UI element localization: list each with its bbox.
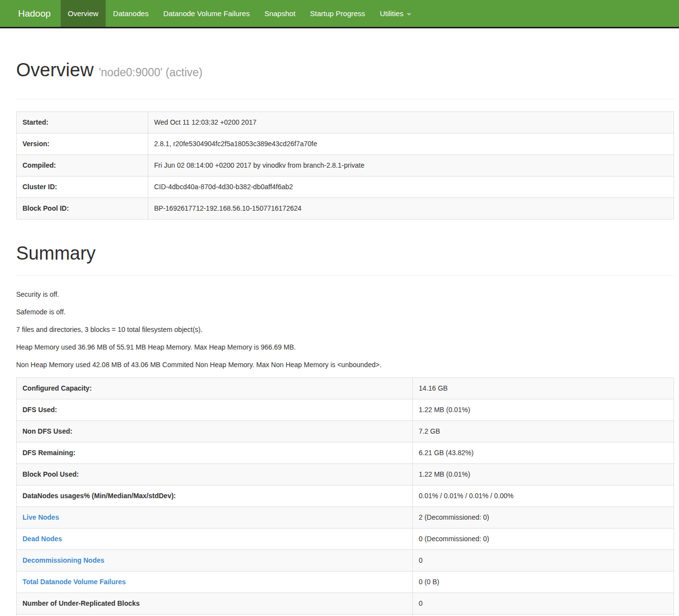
row-value: 0 (Decommissioned: 0) [413, 528, 674, 550]
row-label: Dead Nodes [17, 528, 413, 550]
row-value: 2.8.1, r20fe5304904fc2f5a18053c389e43cd2… [148, 133, 674, 155]
table-row: Version:2.8.1, r20fe5304904fc2f5a18053c3… [17, 133, 674, 155]
table-row: DFS Remaining:6.21 GB (43.82%) [17, 442, 674, 464]
nav-item-label: Snapshot [264, 9, 295, 18]
live-nodes-link[interactable]: Live Nodes [23, 513, 59, 521]
row-value: 0 [413, 593, 674, 615]
nav-item-label: Overview [68, 9, 99, 18]
summary-paragraph: 7 files and directories, 3 blocks = 10 t… [16, 325, 674, 334]
nav-item-startup-progress[interactable]: Startup Progress [303, 0, 373, 27]
row-value: 14.16 GB [413, 378, 674, 399]
table-row: Configured Capacity:14.16 GB [17, 378, 674, 399]
summary-paragraph: Safemode is off. [16, 307, 674, 317]
row-value: 2 (Decommissioned: 0) [413, 507, 674, 528]
nav-item-label: Startup Progress [310, 9, 365, 18]
table-row: Started:Wed Oct 11 12:03:32 +0200 2017 [17, 112, 674, 133]
table-row: Decommissioning Nodes0 [17, 550, 674, 572]
navbar-items: OverviewDatanodesDatanode Volume Failure… [61, 0, 419, 27]
row-value: 0 [413, 615, 674, 616]
page-title: Overview 'node0:9000' (active) [16, 60, 674, 83]
nav-item-label: Datanode Volume Failures [163, 9, 250, 18]
row-label: DataNodes usages% (Min/Median/Max/stdDev… [17, 485, 413, 507]
page-content: Overview 'node0:9000' (active) Started:W… [0, 60, 679, 616]
row-label: Total Datanode Volume Failures [17, 572, 413, 593]
row-value: Wed Oct 11 12:03:32 +0200 2017 [148, 112, 674, 133]
section-title-summary: Summary [16, 243, 674, 264]
row-label: Number of Under-Replicated Blocks [17, 593, 413, 615]
table-row: Compiled:Fri Jun 02 08:14:00 +0200 2017 … [17, 155, 674, 176]
table-row: Number of Blocks Pending Deletion0 [17, 615, 674, 616]
table-row: Total Datanode Volume Failures0 (0 B) [17, 572, 674, 593]
table-row: Live Nodes2 (Decommissioned: 0) [17, 507, 674, 528]
nav-item-label: Utilities [380, 9, 403, 18]
row-value: CID-4dbcd40a-870d-4d30-b382-db0aff4f6ab2 [148, 176, 674, 198]
caret-down-icon [407, 13, 411, 16]
row-label: DFS Used: [17, 399, 413, 421]
row-label: Compiled: [17, 155, 148, 176]
row-label: Non DFS Used: [17, 421, 413, 442]
nav-item-datanode-volume-failures[interactable]: Datanode Volume Failures [156, 0, 257, 27]
navbar-brand[interactable]: Hadoop [0, 0, 58, 27]
divider [16, 275, 674, 276]
row-value: 0 [413, 550, 674, 572]
summary-paragraph: Heap Memory used 36.96 MB of 55.91 MB He… [16, 342, 674, 352]
row-label: Started: [17, 112, 148, 133]
nav-item-overview[interactable]: Overview [61, 0, 106, 27]
total-datanode-volume-failures-link[interactable]: Total Datanode Volume Failures [23, 578, 126, 586]
row-value: 7.2 GB [413, 421, 674, 442]
row-label: Live Nodes [17, 507, 413, 528]
nav-item-datanodes[interactable]: Datanodes [106, 0, 156, 27]
decommissioning-nodes-link[interactable]: Decommissioning Nodes [23, 556, 104, 564]
dead-nodes-link[interactable]: Dead Nodes [23, 535, 62, 543]
row-value: 0.01% / 0.01% / 0.01% / 0.00% [413, 485, 674, 507]
summary-text: Security is off.Safemode is off.7 files … [16, 289, 674, 370]
nav-item-utilities[interactable]: Utilities [372, 0, 418, 27]
table-row: Block Pool ID:BP-1692617712-192.168.56.1… [17, 198, 674, 220]
row-value: BP-1692617712-192.168.56.10-150771617262… [148, 198, 674, 220]
row-value: Fri Jun 02 08:14:00 +0200 2017 by vinodk… [148, 155, 674, 176]
page-title-text: Overview [16, 60, 93, 80]
table-row: Block Pool Used:1.22 MB (0.01%) [17, 464, 674, 485]
summary-paragraph: Non Heap Memory used 42.08 MB of 43.06 M… [16, 360, 674, 370]
row-label: DFS Remaining: [17, 442, 413, 464]
row-label: Configured Capacity: [17, 378, 413, 399]
row-label: Version: [17, 133, 148, 155]
divider [16, 99, 674, 99]
row-label: Block Pool Used: [17, 464, 413, 485]
table-row: DFS Used:1.22 MB (0.01%) [17, 399, 674, 421]
navbar: Hadoop OverviewDatanodesDatanode Volume … [0, 0, 679, 27]
row-value: 1.22 MB (0.01%) [413, 399, 674, 421]
row-value: 0 (0 B) [413, 572, 674, 593]
table-row: Dead Nodes0 (Decommissioned: 0) [17, 528, 674, 550]
row-label: Decommissioning Nodes [17, 550, 413, 572]
row-value: 6.21 GB (43.82%) [413, 442, 674, 464]
table-row: Cluster ID:CID-4dbcd40a-870d-4d30-b382-d… [17, 176, 674, 198]
info-table: Started:Wed Oct 11 12:03:32 +0200 2017Ve… [16, 111, 674, 220]
table-row: DataNodes usages% (Min/Median/Max/stdDev… [17, 485, 674, 507]
navbar-bottom-border [0, 27, 679, 28]
page-subtitle: 'node0:9000' (active) [99, 66, 203, 79]
nav-item-snapshot[interactable]: Snapshot [257, 0, 302, 27]
row-value: 1.22 MB (0.01%) [413, 464, 674, 485]
row-label: Number of Blocks Pending Deletion [17, 615, 413, 616]
table-row: Non DFS Used:7.2 GB [17, 421, 674, 442]
row-label: Block Pool ID: [17, 198, 148, 220]
row-label: Cluster ID: [17, 176, 148, 198]
summary-paragraph: Security is off. [16, 289, 674, 299]
table-row: Number of Under-Replicated Blocks0 [17, 593, 674, 615]
nav-item-label: Datanodes [113, 9, 149, 18]
summary-table: Configured Capacity:14.16 GBDFS Used:1.2… [16, 377, 674, 616]
